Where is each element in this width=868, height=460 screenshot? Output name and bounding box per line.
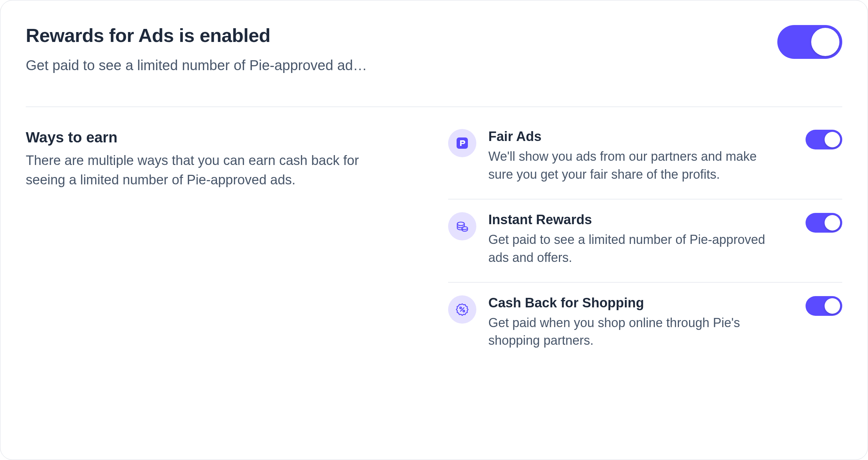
svg-point-2	[462, 227, 468, 229]
svg-point-3	[460, 307, 462, 309]
card-header-text: Rewards for Ads is enabled Get paid to s…	[26, 25, 763, 75]
option-title: Instant Rewards	[488, 212, 794, 227]
cash-back-toggle[interactable]	[806, 296, 842, 316]
settings-card: Rewards for Ads is enabled Get paid to s…	[0, 0, 868, 460]
page-subtitle: Get paid to see a limited number of Pie-…	[26, 56, 396, 75]
toggle-thumb	[811, 28, 839, 56]
option-instant-rewards: Instant Rewards Get paid to see a limite…	[448, 199, 842, 282]
option-desc: Get paid to see a limited number of Pie-…	[488, 231, 785, 266]
rewards-master-toggle[interactable]	[777, 25, 842, 59]
option-desc: Get paid when you shop online through Pi…	[488, 314, 785, 350]
fair-ads-toggle[interactable]	[806, 130, 842, 149]
option-cash-back: Cash Back for Shopping Get paid when you…	[448, 282, 842, 365]
instant-rewards-toggle[interactable]	[806, 213, 842, 233]
option-texts: Fair Ads We'll show you ads from our par…	[488, 129, 794, 183]
svg-point-4	[463, 310, 465, 312]
earn-options-list: Fair Ads We'll show you ads from our par…	[448, 129, 842, 365]
option-title: Fair Ads	[488, 129, 794, 144]
ways-desc: There are multiple ways that you can ear…	[26, 151, 400, 190]
pie-logo-icon	[448, 129, 476, 157]
page-title: Rewards for Ads is enabled	[26, 25, 763, 46]
ways-to-earn-section: Ways to earn There are multiple ways tha…	[26, 129, 434, 365]
content-columns: Ways to earn There are multiple ways tha…	[26, 129, 842, 365]
option-fair-ads: Fair Ads We'll show you ads from our par…	[448, 129, 842, 199]
ways-title: Ways to earn	[26, 129, 434, 146]
divider	[26, 106, 842, 107]
option-title: Cash Back for Shopping	[488, 295, 794, 311]
coins-icon	[448, 212, 476, 240]
card-header: Rewards for Ads is enabled Get paid to s…	[26, 25, 842, 75]
toggle-thumb	[825, 298, 840, 314]
option-desc: We'll show you ads from our partners and…	[488, 148, 785, 183]
percent-badge-icon	[448, 295, 476, 324]
option-texts: Instant Rewards Get paid to see a limite…	[488, 212, 794, 266]
toggle-thumb	[825, 215, 840, 231]
svg-point-1	[457, 222, 464, 226]
option-texts: Cash Back for Shopping Get paid when you…	[488, 295, 794, 350]
